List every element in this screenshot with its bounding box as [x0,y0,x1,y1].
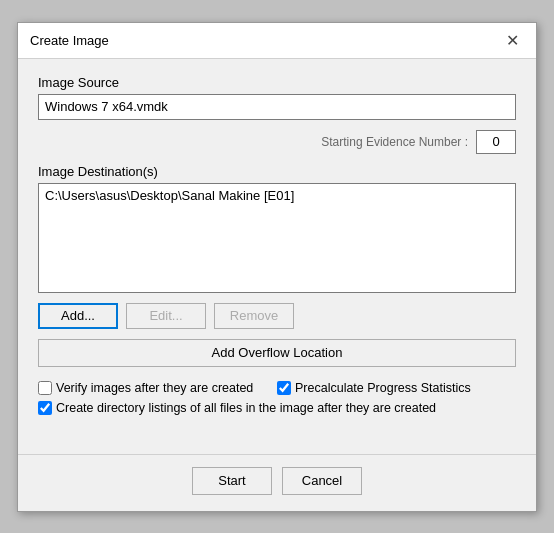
create-directory-label: Create directory listings of all files i… [56,401,436,415]
evidence-label: Starting Evidence Number : [321,135,468,149]
checkboxes-row1: Verify images after they are created Pre… [38,381,516,395]
precalculate-row: Precalculate Progress Statistics [277,381,516,395]
image-destinations-label: Image Destination(s) [38,164,516,179]
image-destinations-group: Image Destination(s) C:\Users\asus\Deskt… [38,164,516,293]
create-directory-checkbox[interactable] [38,401,52,415]
evidence-number-input[interactable] [476,130,516,154]
cancel-button[interactable]: Cancel [282,467,362,495]
destination-buttons-row: Add... Edit... Remove [38,303,516,329]
precalculate-label: Precalculate Progress Statistics [295,381,471,395]
edit-button[interactable]: Edit... [126,303,206,329]
image-source-label: Image Source [38,75,516,90]
verify-images-row: Verify images after they are created [38,381,277,395]
image-source-group: Image Source [38,75,516,120]
start-button[interactable]: Start [192,467,272,495]
precalculate-checkbox[interactable] [277,381,291,395]
create-image-dialog: Create Image ✕ Image Source Starting Evi… [17,22,537,512]
checkboxes-section: Verify images after they are created Pre… [38,381,516,415]
evidence-row: Starting Evidence Number : [38,130,516,154]
close-button[interactable]: ✕ [500,28,524,52]
add-overflow-button[interactable]: Add Overflow Location [38,339,516,367]
dialog-title: Create Image [30,33,109,48]
verify-images-checkbox[interactable] [38,381,52,395]
verify-images-label: Verify images after they are created [56,381,253,395]
remove-button[interactable]: Remove [214,303,294,329]
title-bar: Create Image ✕ [18,23,536,59]
image-source-input[interactable] [38,94,516,120]
add-button[interactable]: Add... [38,303,118,329]
destination-item: C:\Users\asus\Desktop\Sanal Makine [E01] [45,188,509,203]
destinations-list: C:\Users\asus\Desktop\Sanal Makine [E01] [38,183,516,293]
bottom-buttons: Start Cancel [18,454,536,511]
dialog-content: Image Source Starting Evidence Number : … [18,59,536,454]
create-directory-row: Create directory listings of all files i… [38,401,516,415]
